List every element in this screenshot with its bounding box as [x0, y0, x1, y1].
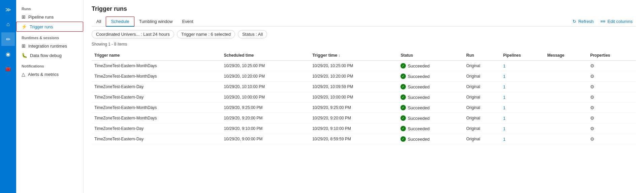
cell-message	[545, 123, 587, 134]
cell-trigger-time: 10/29/20, 10:09:59 PM	[310, 82, 398, 92]
cell-run: Original	[463, 71, 500, 82]
col-trigger-time[interactable]: Trigger time ↕	[310, 50, 398, 61]
refresh-icon: ↻	[573, 19, 576, 24]
cell-properties[interactable]: ⚙	[587, 92, 636, 103]
cell-properties[interactable]: ⚙	[587, 123, 636, 134]
sidebar-item-data-flow-debug[interactable]: 🐛 Data flow debug	[16, 51, 83, 60]
success-icon: ✓	[400, 84, 406, 89]
col-status: Status	[398, 50, 463, 61]
cell-message	[545, 82, 587, 92]
cell-trigger-name: TimeZoneTest-Eastern-MonthDays	[92, 103, 221, 113]
notifications-section: Notifications △ Alerts & metrics	[16, 60, 83, 79]
cell-trigger-time: 10/29/20, 10:20:00 PM	[310, 71, 398, 82]
success-icon: ✓	[400, 74, 406, 79]
sidebar-item-pipeline-runs[interactable]: ⊞ Pipeline runs	[16, 12, 83, 22]
tab-event[interactable]: Event	[178, 17, 198, 27]
tab-bar: All Schedule Tumbling window Event ↻ Ref…	[92, 17, 636, 27]
cell-trigger-name: TimeZoneTest-Eastern-Day	[92, 123, 221, 134]
cell-run: Original	[463, 82, 500, 92]
cell-pipelines[interactable]: 1	[501, 92, 545, 103]
table-row: TimeZoneTest-Eastern-Day 10/29/20, 9:10:…	[92, 123, 636, 134]
cell-scheduled-time: 10/29/20, 9:20:00 PM	[221, 113, 310, 123]
runs-section: Runs ⊞ Pipeline runs ⚡ Trigger runs	[16, 3, 83, 32]
table-row: TimeZoneTest-Eastern-MonthDays 10/29/20,…	[92, 103, 636, 113]
cell-status: ✓ Succeeded	[398, 134, 463, 144]
cell-message	[545, 113, 587, 123]
alerts-metrics-icon: △	[22, 72, 25, 77]
cell-properties[interactable]: ⚙	[587, 113, 636, 123]
trigger-name-filter-label: Trigger name : 6 selected	[181, 32, 231, 37]
cell-trigger-time: 10/29/20, 8:59:59 PM	[310, 134, 398, 144]
cell-message	[545, 61, 587, 71]
pipeline-runs-icon: ⊞	[22, 14, 26, 20]
sidebar-item-trigger-runs[interactable]: ⚡ Trigger runs	[16, 22, 83, 32]
cell-properties[interactable]: ⚙	[587, 134, 636, 144]
cell-run: Original	[463, 123, 500, 134]
success-icon: ✓	[400, 115, 406, 121]
collapse-icon[interactable]: ≫	[1, 3, 15, 16]
cell-status: ✓ Succeeded	[398, 92, 463, 103]
cell-pipelines[interactable]: 1	[501, 61, 545, 71]
cell-status: ✓ Succeeded	[398, 123, 463, 134]
time-filter-pill[interactable]: Coordinated Univers... : Last 24 hours	[92, 30, 174, 38]
tab-tumbling-window[interactable]: Tumbling window	[134, 17, 178, 27]
integration-runtimes-icon: ⊞	[22, 43, 26, 49]
cell-trigger-time: 10/29/20, 10:00:00 PM	[310, 92, 398, 103]
tab-all[interactable]: All	[92, 17, 106, 27]
col-properties: Properties	[587, 50, 636, 61]
col-message: Message	[545, 50, 587, 61]
status-filter-pill[interactable]: Status : All	[238, 30, 267, 38]
cell-pipelines[interactable]: 1	[501, 113, 545, 123]
cell-trigger-name: TimeZoneTest-Eastern-MonthDays	[92, 61, 221, 71]
cell-run: Original	[463, 61, 500, 71]
success-icon: ✓	[400, 63, 406, 68]
cell-properties[interactable]: ⚙	[587, 82, 636, 92]
pencil-icon[interactable]: ✏	[1, 32, 15, 46]
cell-scheduled-time: 10/29/20, 10:10:00 PM	[221, 82, 310, 92]
items-count: Showing 1 - 8 items	[92, 42, 636, 47]
cell-properties[interactable]: ⚙	[587, 103, 636, 113]
refresh-button[interactable]: ↻ Refresh	[569, 17, 597, 26]
cell-trigger-time: 10/29/20, 9:10:00 PM	[310, 123, 398, 134]
status-label: Succeeded	[408, 74, 429, 79]
edit-columns-button[interactable]: ≡≡ Edit columns	[597, 17, 636, 26]
cell-scheduled-time: 10/29/20, 9:10:00 PM	[221, 123, 310, 134]
sidebar: Runs ⊞ Pipeline runs ⚡ Trigger runs Runt…	[16, 0, 84, 193]
trigger-runs-table: Trigger name Scheduled time Trigger time…	[92, 50, 636, 144]
cell-scheduled-time: 10/29/20, 10:25:00 PM	[221, 61, 310, 71]
sidebar-item-alerts-metrics[interactable]: △ Alerts & metrics	[16, 70, 83, 79]
cell-scheduled-time: 10/29/20, 9:00:00 PM	[221, 134, 310, 144]
col-trigger-time-label: Trigger time	[312, 53, 337, 58]
briefcase-icon[interactable]: 🧰	[1, 62, 15, 76]
cell-status: ✓ Succeeded	[398, 82, 463, 92]
home-icon[interactable]: ⌂	[1, 18, 15, 31]
cell-run: Original	[463, 134, 500, 144]
cell-pipelines[interactable]: 1	[501, 123, 545, 134]
cell-pipelines[interactable]: 1	[501, 103, 545, 113]
runs-section-label: Runs	[16, 3, 83, 12]
sort-icon: ↕	[339, 53, 341, 57]
trigger-runs-icon: ⚡	[21, 24, 27, 29]
trigger-name-filter-pill[interactable]: Trigger name : 6 selected	[177, 30, 235, 38]
cell-properties[interactable]: ⚙	[587, 61, 636, 71]
alerts-metrics-label: Alerts & metrics	[28, 72, 59, 77]
cell-pipelines[interactable]: 1	[501, 71, 545, 82]
edit-columns-icon: ≡≡	[600, 19, 605, 24]
monitor-icon[interactable]: ◉	[1, 47, 15, 61]
cell-trigger-time: 10/29/20, 9:20:00 PM	[310, 113, 398, 123]
cell-properties[interactable]: ⚙	[587, 71, 636, 82]
sidebar-item-integration-runtimes[interactable]: ⊞ Integration runtimes	[16, 41, 83, 51]
runtimes-section-label: Runtimes & sessions	[16, 32, 83, 41]
cell-trigger-time: 10/29/20, 10:25:00 PM	[310, 61, 398, 71]
cell-trigger-name: TimeZoneTest-Eastern-MonthDays	[92, 113, 221, 123]
success-icon: ✓	[400, 94, 406, 100]
success-icon: ✓	[400, 136, 406, 142]
cell-pipelines[interactable]: 1	[501, 82, 545, 92]
tab-schedule[interactable]: Schedule	[106, 17, 134, 27]
cell-scheduled-time: 10/29/20, 10:20:00 PM	[221, 71, 310, 82]
cell-trigger-name: TimeZoneTest-Eastern-Day	[92, 92, 221, 103]
cell-scheduled-time: 10/29/20, 9:25:00 PM	[221, 103, 310, 113]
cell-pipelines[interactable]: 1	[501, 134, 545, 144]
pipeline-runs-label: Pipeline runs	[28, 15, 54, 20]
cell-trigger-name: TimeZoneTest-Eastern-MonthDays	[92, 71, 221, 82]
